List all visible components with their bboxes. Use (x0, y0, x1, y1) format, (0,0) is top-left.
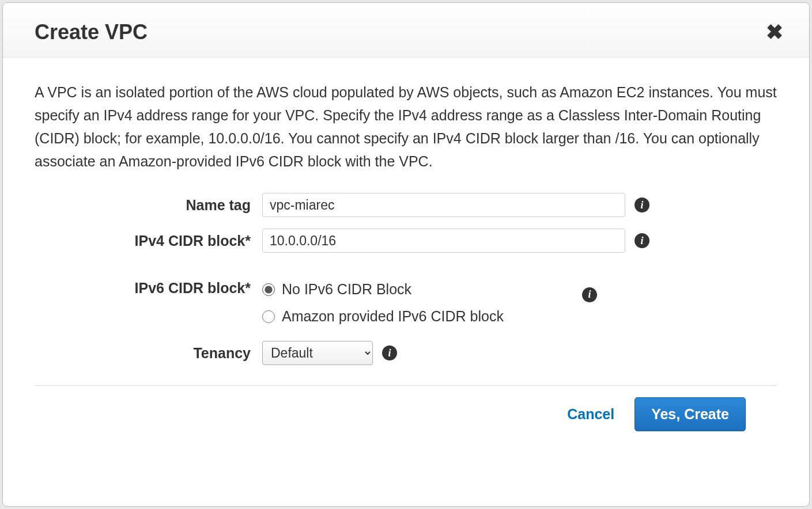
tenancy-select[interactable]: Default (262, 341, 373, 365)
modal-header: Create VPC ✖ (3, 3, 809, 58)
ipv6-none-option[interactable]: No IPv6 CIDR Block (262, 281, 411, 298)
info-icon[interactable]: i (635, 197, 649, 212)
ipv6-amazon-option[interactable]: Amazon provided IPv6 CIDR block (262, 308, 597, 325)
ipv6-none-label: No IPv6 CIDR Block (282, 281, 411, 298)
ipv6-amazon-label: Amazon provided IPv6 CIDR block (282, 308, 504, 325)
cancel-button[interactable]: Cancel (567, 406, 614, 423)
create-button[interactable]: Yes, Create (635, 397, 746, 431)
ipv6-radio-group: No IPv6 CIDR Block i Amazon provided IPv… (262, 279, 597, 335)
name-tag-label: Name tag (35, 197, 262, 214)
ipv6-cidr-label: IPv6 CIDR block* (35, 279, 262, 297)
ipv4-cidr-input[interactable] (262, 229, 625, 253)
ipv4-cidr-row: IPv4 CIDR block* i (35, 229, 777, 253)
tenancy-label: Tenancy (35, 345, 262, 362)
close-icon: ✖ (766, 20, 783, 44)
divider (35, 385, 777, 386)
ipv4-cidr-label: IPv4 CIDR block* (35, 233, 262, 249)
tenancy-row: Tenancy Default i (35, 341, 777, 365)
info-icon[interactable]: i (582, 287, 597, 302)
vpc-description: A VPC is an isolated portion of the AWS … (35, 81, 777, 173)
name-tag-row: Name tag i (35, 193, 777, 217)
modal-body: A VPC is an isolated portion of the AWS … (3, 58, 809, 506)
info-icon[interactable]: i (382, 345, 397, 360)
ipv6-none-radio[interactable] (262, 283, 275, 296)
ipv6-cidr-row: IPv6 CIDR block* No IPv6 CIDR Block i Am… (35, 279, 777, 335)
modal-footer: Cancel Yes, Create (35, 397, 777, 451)
close-button[interactable]: ✖ (766, 22, 783, 43)
create-vpc-modal: Create VPC ✖ A VPC is an isolated portio… (2, 2, 810, 507)
modal-title: Create VPC (35, 20, 148, 44)
info-icon[interactable]: i (635, 233, 649, 248)
ipv6-amazon-radio[interactable] (262, 310, 275, 323)
name-tag-input[interactable] (262, 193, 625, 217)
